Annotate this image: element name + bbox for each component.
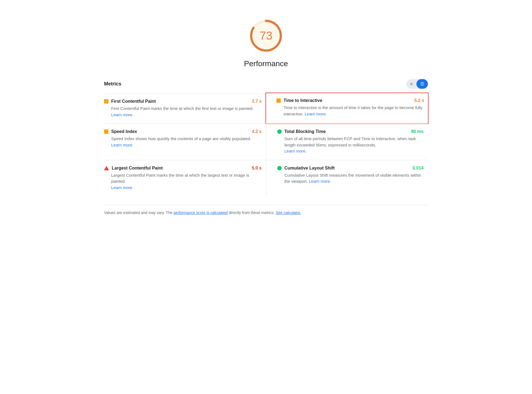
metric-si-name: Speed Index xyxy=(111,129,137,134)
metrics-header: Metrics ≡ ☰ xyxy=(104,79,428,89)
metric-tbt-header: Total Blocking Time 80 ms xyxy=(277,129,424,134)
metric-tti: Time to Interactive 5.2 s Time to intera… xyxy=(265,93,429,124)
score-label: Performance xyxy=(244,59,288,68)
metrics-title: Metrics xyxy=(104,81,121,87)
green-circle-icon-cls xyxy=(277,166,282,170)
metric-lcp-header: Largest Contentful Paint 5.0 s xyxy=(104,166,262,171)
score-circle: 73 xyxy=(247,16,285,55)
metric-tbt-desc: Sum of all time periods between FCP and … xyxy=(277,136,424,154)
green-circle-icon-tbt xyxy=(277,129,282,134)
metric-fcp-header: First Contentful Paint 2.7 s xyxy=(104,99,262,104)
metric-si-title-row: Speed Index xyxy=(104,129,137,134)
metric-fcp-value: 2.7 s xyxy=(252,99,262,104)
metric-fcp: First Contentful Paint 2.7 s First Conte… xyxy=(104,93,266,123)
metric-tti-desc: Time to interactive is the amount of tim… xyxy=(276,105,424,117)
metric-si-header: Speed Index 4.2 s xyxy=(104,129,262,134)
cls-learn-more-link[interactable]: Learn more xyxy=(309,179,330,184)
metric-tbt-title-row: Total Blocking Time xyxy=(277,129,326,134)
orange-square-icon xyxy=(104,99,108,104)
metric-cls-value: 0.014 xyxy=(413,166,424,171)
footer-text-before: Values are estimated and may vary. The xyxy=(104,210,173,215)
lcp-learn-more-link[interactable]: Learn more xyxy=(111,185,132,190)
metrics-section: Metrics ≡ ☰ First Contentful Paint 2.7 s… xyxy=(104,79,428,196)
fcp-learn-more-link[interactable]: Learn more xyxy=(111,112,132,117)
metric-lcp-value: 5.0 s xyxy=(252,166,262,171)
score-value: 73 xyxy=(260,29,273,42)
metric-cls-desc: Cumulative Layout Shift measures the mov… xyxy=(277,172,424,185)
metric-tbt-value: 80 ms xyxy=(411,129,424,134)
metric-tbt: Total Blocking Time 80 ms Sum of all tim… xyxy=(266,123,428,160)
metric-fcp-title-row: First Contentful Paint xyxy=(104,99,156,104)
metric-fcp-name: First Contentful Paint xyxy=(111,99,156,104)
metric-tti-name: Time to Interactive xyxy=(284,98,322,103)
metric-cls-header: Cumulative Layout Shift 0.014 xyxy=(277,166,424,171)
tti-learn-more-link[interactable]: Learn more xyxy=(305,112,326,116)
metric-tbt-name: Total Blocking Time xyxy=(284,129,326,134)
metric-lcp-desc: Largest Contentful Paint marks the time … xyxy=(104,172,262,191)
metric-lcp-title-row: Largest Contentful Paint xyxy=(104,166,163,171)
metric-tti-value: 5.2 s xyxy=(414,98,424,103)
metric-lcp-name: Largest Contentful Paint xyxy=(112,166,163,171)
metric-cls-name: Cumulative Layout Shift xyxy=(284,166,335,171)
orange-square-icon-si xyxy=(104,129,108,134)
metric-fcp-desc: First Contentful Paint marks the time at… xyxy=(104,106,262,118)
footer: Values are estimated and may vary. The p… xyxy=(104,205,428,216)
performance-score-link[interactable]: performance score is calculated xyxy=(173,210,228,215)
metric-lcp: Largest Contentful Paint 5.0 s Largest C… xyxy=(104,160,266,196)
orange-square-icon-tti xyxy=(276,98,281,103)
view-toggle: ≡ ☰ xyxy=(406,79,428,89)
metrics-grid: First Contentful Paint 2.7 s First Conte… xyxy=(104,93,428,196)
red-triangle-icon-lcp xyxy=(104,166,109,170)
metric-cls: Cumulative Layout Shift 0.014 Cumulative… xyxy=(266,160,428,196)
footer-text-middle: directly from these metrics. xyxy=(228,210,276,215)
si-learn-more-link[interactable]: Learn more xyxy=(111,143,132,147)
metric-tti-title-row: Time to Interactive xyxy=(276,98,322,103)
score-section: 73 Performance xyxy=(104,11,428,68)
metric-si-value: 4.2 s xyxy=(252,129,262,134)
metric-cls-title-row: Cumulative Layout Shift xyxy=(277,166,335,171)
grid-view-button[interactable]: ☰ xyxy=(416,79,428,89)
metric-tti-header: Time to Interactive 5.2 s xyxy=(276,98,424,103)
metric-si: Speed Index 4.2 s Speed Index shows how … xyxy=(104,123,266,160)
see-calculator-link[interactable]: See calculator. xyxy=(276,210,301,215)
metric-si-desc: Speed Index shows how quickly the conten… xyxy=(104,136,262,148)
tbt-learn-more-link[interactable]: Learn more xyxy=(284,149,306,153)
list-view-button[interactable]: ≡ xyxy=(406,79,416,89)
